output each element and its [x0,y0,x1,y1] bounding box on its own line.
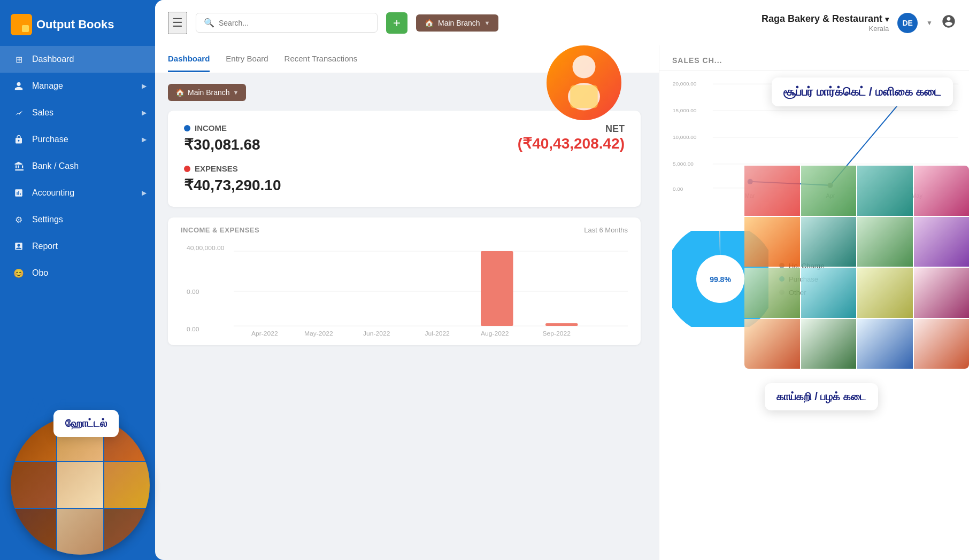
svg-text:40,00,000.00: 40,00,000.00 [187,245,225,251]
company-info: Raga Bakery & Restaurant ▾ Kerala [762,13,889,33]
sales-chart-title: SALES CH... [672,56,722,65]
food-cell-10 [801,268,857,318]
net-label: NET [415,123,625,135]
sidebar-item-bank-cash[interactable]: Bank / Cash [0,153,155,180]
obo-icon: 😊 [13,267,25,279]
svg-text:Aug-2022: Aug-2022 [481,330,509,336]
svg-rect-0 [14,17,21,24]
svg-text:May-2022: May-2022 [304,330,333,336]
logo-area: Output Books [0,6,155,46]
sidebar-item-label-purchase: Purchase [32,135,68,144]
logo-text: Output Books [36,18,114,32]
purchase-icon [13,134,25,145]
accounting-icon [13,187,25,199]
income-label: INCOME [184,123,394,133]
report-icon [13,240,25,252]
food-cell-16 [914,319,970,369]
tab-dashboard[interactable]: Dashboard [168,46,210,72]
sales-icon [13,107,25,119]
income-expenses-chart: INCOME & EXPENSES Last 6 Months 40,00,00… [168,217,641,345]
sidebar-item-label-settings: Settings [32,215,63,224]
tab-entry-board[interactable]: Entry Board [226,46,268,72]
expenses-value: ₹40,73,290.10 [184,176,394,194]
sidebar-item-accounting[interactable]: Accounting ▶ [0,180,155,206]
food-cell-13 [744,319,800,369]
svg-text:0.00: 0.00 [187,289,199,294]
user-dropdown-arrow[interactable]: ▼ [926,19,933,27]
chart-title: INCOME & EXPENSES [181,226,259,234]
net-value: (₹40,43,208.42) [415,135,625,152]
food-cell-7 [857,217,913,267]
income-dot [184,125,190,131]
hotel-food-6 [104,462,150,508]
hotel-food-5 [57,462,103,508]
purchase-arrow: ▶ [142,136,147,143]
search-bar: 🔍 [196,13,378,33]
sidebar-item-sales[interactable]: Sales ▶ [0,99,155,126]
food-cell-15 [857,319,913,369]
add-button[interactable]: + [386,12,407,34]
food-cell-9 [744,268,800,318]
hotel-food-4 [11,462,56,508]
svg-text:Apr-2022: Apr-2022 [251,330,278,336]
branch-name: Main Branch [438,19,480,27]
manage-arrow: ▶ [142,82,147,90]
food-cell-5 [744,217,800,267]
sales-header: SALES CH... [659,45,969,71]
sidebar-item-label-bank: Bank / Cash [32,161,79,171]
hamburger-button[interactable]: ☰ [168,12,187,34]
expenses-dot [184,166,190,172]
svg-text:Jun-2022: Jun-2022 [363,330,390,336]
branch-filter-arrow: ▼ [233,89,239,96]
expenses-label: EXPENSES [184,164,394,173]
food-cell-12 [914,268,970,318]
svg-text:Jul-2022: Jul-2022 [425,330,450,336]
stats-grid: INCOME ₹30,081.68 NET (₹40,43,208.42) EX… [184,123,625,194]
sidebar-item-label-obo: Obo [32,268,48,278]
header-right: Raga Bakery & Restaurant ▾ Kerala DE ▼ [762,13,956,33]
food-cell-11 [857,268,913,318]
sidebar-item-dashboard[interactable]: ⊞ Dashboard [0,46,155,73]
svg-text:5,000.00: 5,000.00 [673,161,694,167]
sidebar-item-report[interactable]: Report [0,233,155,260]
company-location: Kerala [762,25,889,33]
dashboard-icon: ⊞ [13,53,25,65]
food-cell-6 [801,217,857,267]
svg-text:0.00: 0.00 [187,326,199,332]
chart-header: INCOME & EXPENSES Last 6 Months [181,226,628,234]
svg-text:Sep-2022: Sep-2022 [543,330,571,336]
income-block: INCOME ₹30,081.68 [184,123,394,153]
food-cell-2 [801,166,857,216]
sidebar-item-settings[interactable]: ⚙ Settings [0,206,155,233]
search-input[interactable] [219,19,370,27]
sidebar-item-obo[interactable]: 😊 Obo [0,260,155,286]
user-avatar[interactable]: DE [897,13,918,33]
search-icon: 🔍 [204,18,214,28]
svg-text:0.00: 0.00 [673,186,683,192]
svg-rect-15 [545,323,578,326]
svg-rect-2 [14,25,21,32]
food-cell-8 [914,217,970,267]
food-cell-1 [744,166,800,216]
sales-arrow: ▶ [142,109,147,116]
stats-card: INCOME ₹30,081.68 NET (₹40,43,208.42) EX… [168,111,641,207]
company-dropdown-arrow: ▾ [885,15,889,24]
tamil-tooltip-vegetables: காய்கறி / பழக் கடை [765,383,878,410]
sidebar-item-label-manage: Manage [32,81,63,91]
income-value: ₹30,081.68 [184,136,394,153]
main-area: ☰ 🔍 + 🏠 Main Branch ▼ Raga Bakery & Rest… [155,0,969,560]
sidebar-item-purchase[interactable]: Purchase ▶ [0,126,155,153]
branch-filter-button[interactable]: 🏠 Main Branch ▼ [168,84,246,101]
logo-icon [11,14,32,35]
tamil-tooltip-hotel: ஹோட்டல் [53,410,119,437]
net-block: NET (₹40,43,208.42) [415,123,625,153]
svg-rect-14 [481,251,513,326]
branch-button[interactable]: 🏠 Main Branch ▼ [416,14,498,32]
expenses-block: EXPENSES ₹40,73,290.10 [184,164,394,194]
sidebar-item-manage[interactable]: Manage ▶ [0,73,155,99]
branch-filter-label: Main Branch [188,88,230,97]
tab-recent-transactions[interactable]: Recent Transactions [284,46,358,72]
user-settings-icon[interactable] [941,14,956,32]
sidebar-item-label-dashboard: Dashboard [32,55,74,64]
home-icon: 🏠 [425,19,434,27]
